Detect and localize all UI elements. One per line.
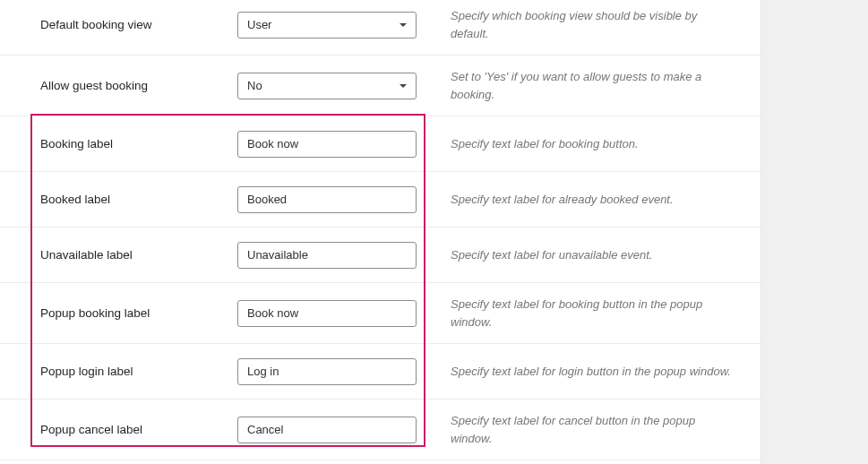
row-unavailable-label: Unavailable label Specify text label for… [0, 228, 761, 283]
label-popup-booking-label: Popup booking label [40, 306, 237, 320]
row-popup-cancel-label: Popup cancel label Specify text label fo… [0, 400, 761, 460]
row-booking-label: Booking label Specify text label for boo… [0, 116, 761, 172]
row-allow-guest-booking: Allow guest booking No Set to 'Yes' if y… [0, 56, 761, 116]
input-booking-label[interactable] [237, 131, 417, 158]
row-default-booking-view: Default booking view User Specify which … [0, 0, 761, 56]
input-popup-login-label[interactable] [237, 358, 417, 385]
desc-popup-login-label: Specify text label for login button in t… [451, 363, 761, 381]
label-default-booking-view: Default booking view [40, 18, 237, 31]
label-booking-label: Booking label [40, 137, 237, 150]
desc-default-booking-view: Specify which booking view should be vis… [451, 7, 761, 42]
row-popup-booking-label: Popup booking label Specify text label f… [0, 283, 761, 344]
input-unavailable-label[interactable] [237, 242, 417, 269]
label-popup-cancel-label: Popup cancel label [40, 423, 237, 436]
label-allow-guest-booking: Allow guest booking [40, 79, 237, 92]
input-popup-cancel-label[interactable] [237, 417, 417, 443]
desc-popup-booking-label: Specify text label for booking button in… [451, 296, 761, 331]
select-allow-guest-booking[interactable]: No [237, 73, 417, 99]
desc-booked-label: Specify text label for already booked ev… [451, 191, 761, 209]
input-booked-label[interactable] [237, 186, 417, 213]
input-popup-booking-label[interactable] [237, 300, 417, 327]
desc-allow-guest-booking: Set to 'Yes' if you want to allow guests… [451, 68, 761, 103]
label-popup-login-label: Popup login label [40, 365, 237, 378]
select-default-booking-view[interactable]: User [237, 12, 417, 39]
label-booked-label: Booked label [40, 193, 237, 206]
label-unavailable-label: Unavailable label [40, 248, 237, 262]
row-popup-login-label: Popup login label Specify text label for… [0, 344, 761, 400]
desc-popup-cancel-label: Specify text label for cancel button in … [451, 412, 761, 447]
desc-booking-label: Specify text label for booking button. [451, 135, 761, 153]
settings-panel: Default booking view User Specify which … [0, 0, 761, 464]
row-booked-label: Booked label Specify text label for alre… [0, 172, 761, 228]
desc-unavailable-label: Specify text label for unavailable event… [451, 246, 761, 264]
